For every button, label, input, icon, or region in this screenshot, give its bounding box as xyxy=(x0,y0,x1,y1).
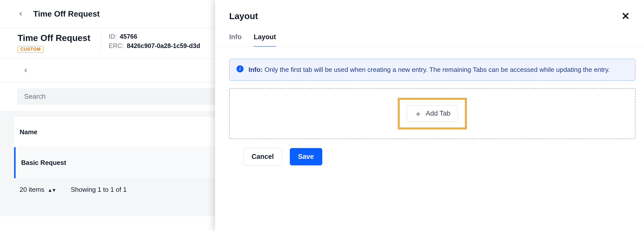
pager-showing: Showing 1 to 1 of 1 xyxy=(71,186,127,194)
panel-tabs: Info Layout xyxy=(215,28,644,47)
alert-label: Info: xyxy=(249,66,263,73)
record-header-right: ID: 45766 ERC: 8426c907-0a28-1c59-d3d xyxy=(101,33,200,50)
record-erc-label: ERC: xyxy=(109,42,124,50)
record-id-value: 45766 xyxy=(120,33,137,40)
chevron-left-icon xyxy=(18,11,23,17)
record-erc-value: 8426c907-0a28-1c59-d3d xyxy=(127,42,200,50)
record-id: ID: 45766 xyxy=(109,33,200,40)
row-name: Basic Request xyxy=(21,159,66,167)
highlight-callout: ＋ Add Tab xyxy=(398,98,467,129)
plus-icon: ＋ xyxy=(414,110,422,118)
add-tab-button[interactable]: ＋ Add Tab xyxy=(407,105,458,122)
panel-title: Layout xyxy=(229,11,258,21)
record-id-label: ID: xyxy=(109,33,117,40)
record-erc: ERC: 8426c907-0a28-1c59-d3d xyxy=(109,42,200,50)
record-title: Time Off Request xyxy=(18,33,90,43)
panel-footer: Cancel Save xyxy=(229,139,635,174)
alert-body: Only the first tab will be used when cre… xyxy=(265,66,610,73)
col-name: Name xyxy=(20,128,37,136)
add-tab-label: Add Tab xyxy=(426,110,451,117)
layout-panel: Layout ✕ Info Layout i Info: Only the fi… xyxy=(215,0,644,216)
tabs-dropzone: ＋ Add Tab xyxy=(229,88,635,139)
sub-back-button[interactable] xyxy=(20,65,31,76)
tab-info[interactable]: Info xyxy=(229,28,242,47)
page-title: Time Off Request xyxy=(33,9,100,19)
sort-icon: ▲▼ xyxy=(48,188,56,193)
panel-header: Layout ✕ xyxy=(215,0,644,28)
save-button[interactable]: Save xyxy=(290,148,322,165)
record-header-left: Time Off Request CUSTOM xyxy=(18,33,101,53)
pager-items[interactable]: 20 items ▲▼ xyxy=(20,186,56,194)
back-button[interactable] xyxy=(15,8,26,19)
alert-text: Info: Only the first tab will be used wh… xyxy=(249,65,610,75)
close-icon[interactable]: ✕ xyxy=(621,11,630,21)
info-icon: i xyxy=(236,65,244,72)
search-placeholder: Search xyxy=(24,93,46,101)
cancel-button[interactable]: Cancel xyxy=(243,148,282,165)
panel-body: i Info: Only the first tab will be used … xyxy=(215,47,644,216)
chevron-left-icon xyxy=(23,68,28,73)
info-alert: i Info: Only the first tab will be used … xyxy=(229,59,635,80)
custom-badge: CUSTOM xyxy=(18,46,44,53)
pager-items-label: 20 items xyxy=(20,186,44,193)
tab-layout[interactable]: Layout xyxy=(254,28,276,47)
